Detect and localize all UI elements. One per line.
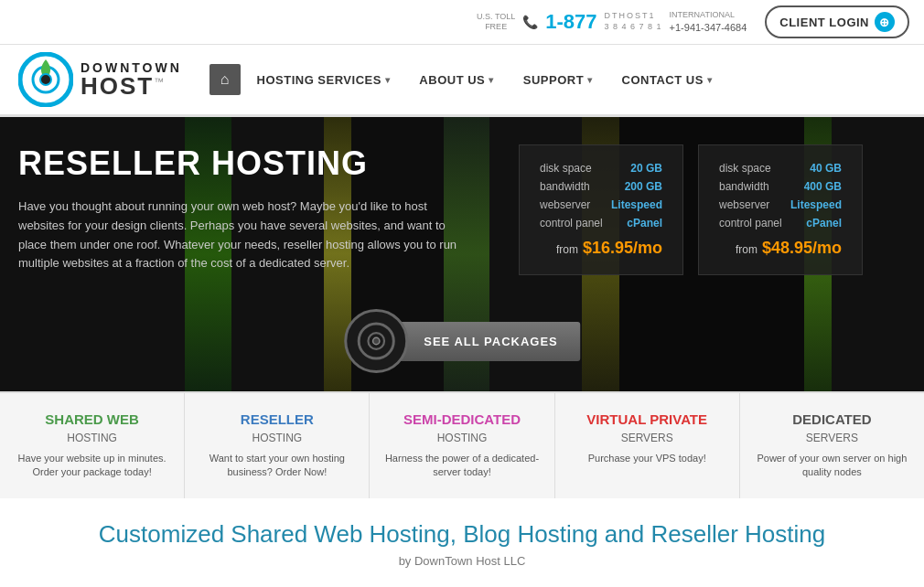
service-reseller[interactable]: RESELLER HOSTING Want to start your own … [185,393,370,498]
dropdown-caret: ▾ [385,75,391,85]
service-dedicated-desc: Power of your own server on high quality… [749,452,915,480]
bottom-by: by DownTown Host LLC [18,554,906,568]
logo-area: DOWNTOWN HOST™ [18,52,182,107]
pricing-price-2: from $48.95/mo [719,239,842,258]
service-semi-dedicated[interactable]: SEMI-DEDICATED HOSTING Harness the power… [370,393,554,498]
disk-space-row-2: disk space 40 GB [719,162,842,175]
service-dedicated[interactable]: DEDICATED SERVERS Power of your own serv… [740,393,924,498]
logo-tm: ™ [154,76,166,87]
service-dedicated-title: DEDICATED [749,411,915,428]
dropdown-caret: ▾ [707,75,713,85]
phone-icon: 📞 [522,15,538,29]
service-reseller-desc: Want to start your own hosting business?… [194,452,360,480]
service-shared-title: SHARED WEB [9,411,175,428]
service-shared-desc: Have your website up in minutes. Order y… [9,452,175,480]
packages-icon [344,309,408,373]
cpanel-row-1: control panel cPanel [540,217,662,229]
service-shared-subtitle: HOSTING [9,432,175,444]
logo-text: DOWNTOWN HOST™ [81,61,182,98]
disk-space-row-1: disk space 20 GB [540,162,662,175]
bandwidth-row-1: bandwidth 200 GB [540,180,662,193]
main-nav: ⌂ HOSTING SERVICES ▾ ABOUT US ▾ SUPPORT … [210,64,906,95]
toll-free-label: U.S. TOLLFREE [477,12,515,32]
phone-number: 1-877 [545,10,596,34]
bottom-section: Customized Shared Web Hosting, Blog Host… [0,498,924,582]
hero-title: RESELLER HOSTING [18,144,476,183]
services-band: SHARED WEB HOSTING Have your website up … [0,391,924,498]
service-vps-subtitle: SERVERS [564,432,730,444]
webserver-row-2: webserver Litespeed [719,198,842,211]
bottom-title: Customized Shared Web Hosting, Blog Host… [18,520,906,549]
nav-about-us[interactable]: ABOUT US ▾ [406,66,506,94]
svg-point-5 [373,337,380,344]
dropdown-caret: ▾ [489,75,494,85]
bandwidth-row-2: bandwidth 400 GB [719,180,842,193]
client-login-label: CLIENT LOGIN [779,16,869,29]
login-icon: ⊕ [875,12,895,32]
header: DOWNTOWN HOST™ ⌂ HOSTING SERVICES ▾ ABOU… [0,45,924,117]
logo-host: HOST™ [81,74,182,98]
service-shared[interactable]: SHARED WEB HOSTING Have your website up … [0,393,185,498]
service-vps-title: VIRTUAL PRIVATE [564,411,730,428]
cpanel-row-2: control panel cPanel [719,217,842,229]
service-semi-subtitle: HOSTING [379,432,544,444]
phone-section: U.S. TOLLFREE 📞 1-877 DTHOST1 3 8 4 6 7 … [477,9,747,35]
service-semi-title: SEMI-DEDICATED [379,411,544,428]
top-bar: U.S. TOLLFREE 📞 1-877 DTHOST1 3 8 4 6 7 … [0,0,924,45]
webserver-row-1: webserver Litespeed [540,198,662,211]
nav-contact-us[interactable]: CONTACT US ▾ [609,66,725,94]
service-reseller-subtitle: HOSTING [194,432,360,444]
phone-code: DTHOST1 3 8 4 6 7 8 1 [605,11,662,32]
pricing-price-1: from $16.95/mo [540,239,662,258]
logo-icon [18,52,73,107]
dropdown-caret: ▾ [587,75,593,85]
pricing-card-2: disk space 40 GB bandwidth 400 GB webser… [698,144,863,275]
nav-home-button[interactable]: ⌂ [210,64,241,95]
packages-btn-wrapper: SEE ALL PACKAGES [344,309,580,373]
downtown-logo-small [356,321,396,361]
nav-hosting-services[interactable]: HOSTING SERVICES ▾ [244,66,403,94]
service-dedicated-subtitle: SERVERS [749,432,915,444]
client-login-button[interactable]: CLIENT LOGIN ⊕ [765,5,909,38]
hero-section: RESELLER HOSTING Have you thought about … [0,117,924,391]
hero-description: Have you thought about running your own … [18,197,457,273]
service-vps[interactable]: VIRTUAL PRIVATE SERVERS Purchase your VP… [555,393,740,498]
see-all-packages-button[interactable]: SEE ALL PACKAGES [394,322,580,361]
svg-point-2 [40,74,51,85]
main-phone: 1-877 [545,10,596,34]
nav-support[interactable]: SUPPORT ▾ [510,66,606,94]
service-reseller-title: RESELLER [194,411,360,428]
pricing-card-1: disk space 20 GB bandwidth 200 GB webser… [519,144,683,275]
intl-section: INTERNATIONAL +1-941-347-4684 [670,9,747,35]
service-semi-desc: Harness the power of a dedicated-server … [379,452,544,480]
service-vps-desc: Purchase your VPS today! [564,452,730,465]
